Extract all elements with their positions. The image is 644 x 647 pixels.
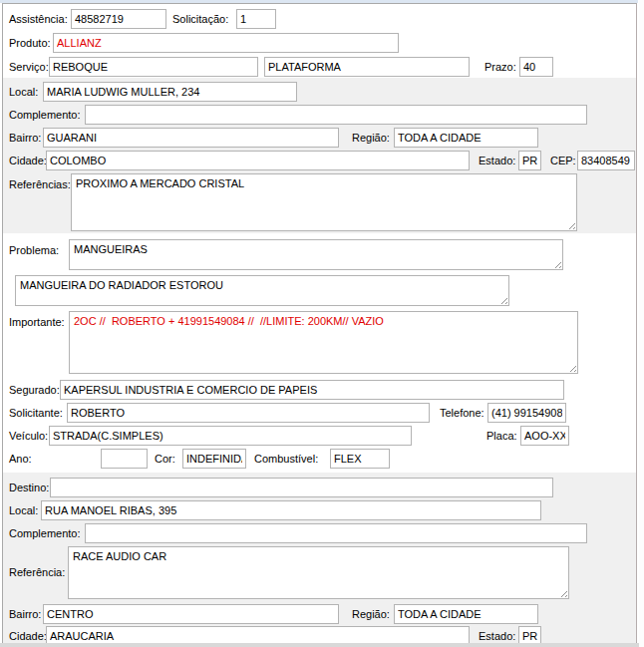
servico-input[interactable] <box>49 57 258 77</box>
local-label: Local: <box>9 82 38 102</box>
destino-bairro-input[interactable] <box>43 604 339 624</box>
regiao-input[interactable] <box>394 128 538 148</box>
importante-label: Importante: <box>9 314 65 334</box>
prazo-input[interactable] <box>519 57 553 77</box>
destino-local-label: Local: <box>9 500 38 520</box>
cor-label: Cor: <box>155 449 175 469</box>
section-destino: Destino: Local: Complemento: Referência:… <box>3 473 636 644</box>
referencias-label: Referências: <box>9 176 71 196</box>
destino-referencia-label: Referência: <box>9 562 65 582</box>
produto-input[interactable] <box>53 33 399 53</box>
destino-regiao-label: Região: <box>352 604 390 624</box>
problema-textarea[interactable]: MANGUEIRAS <box>69 239 563 270</box>
destino-input[interactable] <box>50 478 553 497</box>
bairro-input[interactable] <box>43 128 339 148</box>
destino-complemento-input[interactable] <box>85 523 587 543</box>
veiculo-label: Veículo: <box>9 426 48 446</box>
right-gutter <box>639 0 644 647</box>
section-origem: Local: Complemento: Bairro: Região: Cida… <box>3 78 636 233</box>
solicitacao-input[interactable] <box>236 9 276 29</box>
ano-label: Ano: <box>9 449 32 469</box>
section-problema-veiculo: Problema: MANGUEIRAS MANGUEIRA DO RADIAD… <box>3 233 636 473</box>
telefone-label: Telefone: <box>440 403 484 423</box>
produto-label: Produto: <box>9 33 51 53</box>
bottom-strip <box>0 643 639 647</box>
problema-detalhe-textarea[interactable]: MANGUEIRA DO RADIADOR ESTOROU <box>15 275 509 306</box>
estado-input[interactable] <box>518 151 541 170</box>
assistance-form-panel: Assistência: Solicitação: Produto: Servi… <box>2 3 637 643</box>
segurado-label: Segurado: <box>9 380 60 400</box>
cidade-label: Cidade: <box>9 151 47 170</box>
telefone-input[interactable] <box>487 403 566 423</box>
bairro-label: Bairro: <box>9 128 41 148</box>
cep-label: CEP: <box>550 151 576 170</box>
cidade-input[interactable] <box>46 151 470 170</box>
cor-input[interactable] <box>182 449 246 469</box>
destino-label: Destino: <box>9 478 49 497</box>
prazo-label: Prazo: <box>484 57 516 77</box>
servico-label: Serviço: <box>9 57 49 77</box>
local-input[interactable] <box>43 82 297 102</box>
assistencia-label: Assistência: <box>9 9 68 29</box>
estado-label: Estado: <box>479 151 515 170</box>
cep-input[interactable] <box>577 151 635 170</box>
placa-input[interactable] <box>520 426 569 446</box>
placa-label: Placa: <box>486 426 517 446</box>
problema-label: Problema: <box>9 242 59 262</box>
destino-local-input[interactable] <box>41 500 541 520</box>
solicitante-input[interactable] <box>67 403 430 423</box>
section-header: Assistência: Solicitação: Produto: Servi… <box>3 4 636 78</box>
veiculo-input[interactable] <box>49 426 412 446</box>
destino-bairro-label: Bairro: <box>9 604 41 624</box>
ano-input[interactable] <box>101 449 148 469</box>
combustivel-input[interactable] <box>330 449 390 469</box>
regiao-label: Região: <box>352 128 390 148</box>
segurado-input[interactable] <box>60 380 564 400</box>
assistencia-input[interactable] <box>71 9 166 29</box>
combustivel-label: Combustível: <box>254 449 318 469</box>
destino-regiao-input[interactable] <box>394 604 538 624</box>
servico-tipo-input[interactable] <box>264 57 470 77</box>
solicitante-label: Solicitante: <box>9 403 63 423</box>
referencias-textarea[interactable]: PROXIMO A MERCADO CRISTAL <box>71 173 577 231</box>
complemento-label: Complemento: <box>9 105 81 125</box>
solicitacao-label: Solicitação: <box>172 9 228 29</box>
destino-complemento-label: Complemento: <box>9 523 81 543</box>
importante-textarea[interactable]: 2OC // ROBERTO + 41991549084 // //LIMITE… <box>69 311 578 374</box>
complemento-input[interactable] <box>85 105 587 125</box>
destino-referencia-textarea[interactable]: RACE AUDIO CAR <box>68 546 569 599</box>
